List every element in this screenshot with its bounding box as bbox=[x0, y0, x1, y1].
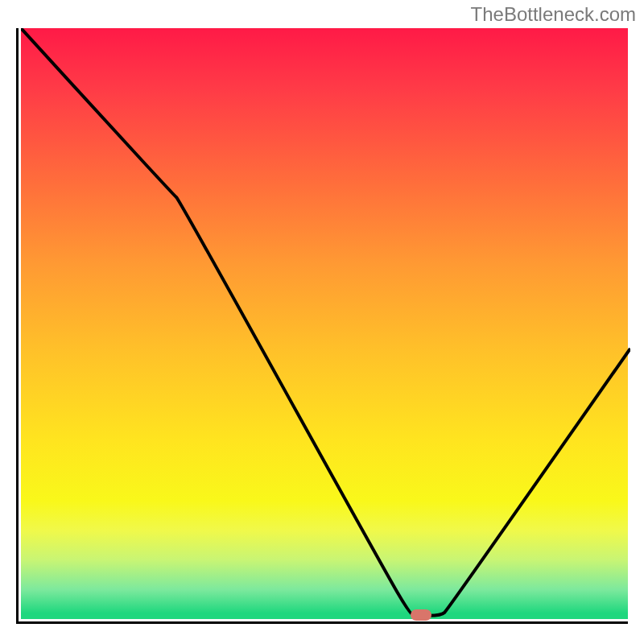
optimal-point-marker bbox=[411, 609, 431, 621]
plot-area bbox=[16, 28, 628, 624]
attribution-text: TheBottleneck.com bbox=[471, 3, 636, 26]
gradient-background bbox=[21, 28, 628, 619]
